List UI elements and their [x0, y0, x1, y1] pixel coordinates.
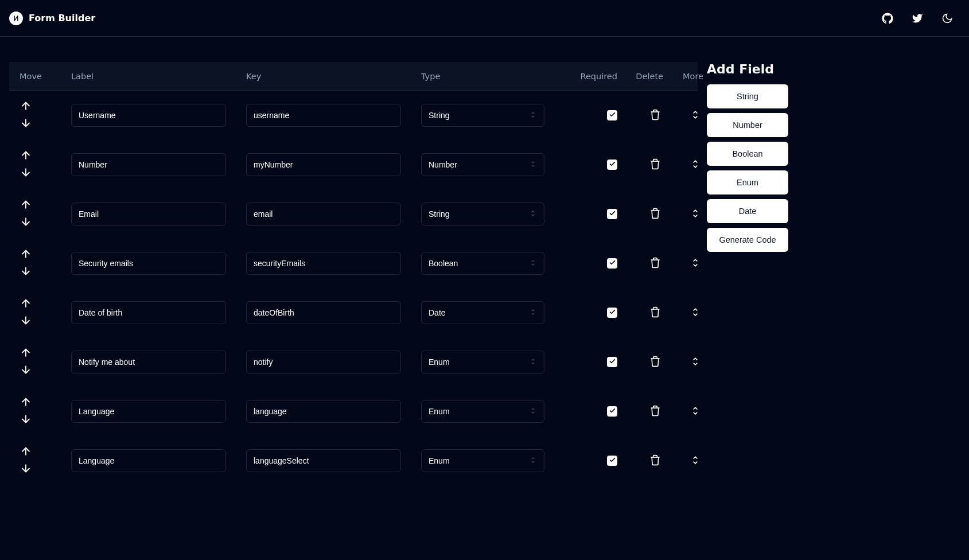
chevrons-up-down-icon [690, 158, 701, 172]
required-checkbox[interactable] [607, 209, 617, 219]
required-checkbox[interactable] [607, 308, 617, 318]
table-row: Enum [9, 436, 698, 485]
type-select[interactable]: String [421, 104, 544, 127]
label-input[interactable] [71, 400, 226, 423]
type-select[interactable]: Enum [421, 449, 544, 472]
move-up-button[interactable] [20, 199, 32, 213]
key-input[interactable] [246, 351, 401, 374]
key-input[interactable] [246, 449, 401, 472]
chevrons-up-down-icon [529, 456, 537, 466]
add-field-title: Add Field [707, 62, 799, 76]
label-input[interactable] [71, 203, 226, 225]
github-icon [882, 13, 893, 24]
delete-button[interactable] [647, 452, 663, 470]
label-input[interactable] [71, 449, 226, 472]
move-up-button[interactable] [20, 445, 32, 460]
move-down-button[interactable] [20, 215, 32, 230]
add-date-button[interactable]: Date [707, 199, 788, 223]
type-select[interactable]: Boolean [421, 252, 544, 275]
required-checkbox[interactable] [607, 456, 617, 466]
type-select[interactable]: String [421, 203, 544, 225]
delete-button[interactable] [647, 255, 663, 273]
check-icon [609, 407, 616, 416]
more-button[interactable] [687, 353, 703, 371]
check-icon [609, 456, 616, 465]
move-controls [20, 248, 71, 279]
check-icon [609, 357, 616, 367]
add-number-button[interactable]: Number [707, 113, 788, 137]
delete-button[interactable] [647, 403, 663, 421]
move-down-button[interactable] [20, 265, 32, 279]
more-button[interactable] [687, 255, 703, 273]
key-input[interactable] [246, 301, 401, 324]
add-boolean-button[interactable]: Boolean [707, 142, 788, 166]
move-down-button[interactable] [20, 314, 32, 328]
more-button[interactable] [687, 452, 703, 470]
header-actions [880, 10, 955, 26]
key-input[interactable] [246, 153, 401, 176]
add-string-button[interactable]: String [707, 84, 788, 108]
delete-button[interactable] [647, 107, 663, 125]
more-button[interactable] [687, 156, 703, 174]
type-select[interactable]: Enum [421, 400, 544, 423]
arrow-up-icon [20, 248, 32, 262]
trash-icon [649, 454, 661, 468]
more-button[interactable] [687, 304, 703, 322]
required-checkbox[interactable] [607, 357, 617, 367]
check-icon [609, 209, 616, 219]
type-select[interactable]: Date [421, 301, 544, 324]
required-checkbox[interactable] [607, 406, 617, 417]
type-select[interactable]: Enum [421, 351, 544, 374]
chevrons-up-down-icon [529, 209, 537, 219]
key-input[interactable] [246, 203, 401, 225]
type-value: Date [429, 308, 446, 317]
move-down-button[interactable] [20, 363, 32, 378]
table-row: Number [9, 140, 698, 189]
github-link[interactable] [880, 10, 896, 26]
required-checkbox[interactable] [607, 160, 617, 170]
arrow-up-icon [20, 149, 32, 164]
required-checkbox[interactable] [607, 110, 617, 120]
move-up-button[interactable] [20, 100, 32, 114]
more-button[interactable] [687, 107, 703, 125]
move-down-button[interactable] [20, 116, 32, 131]
chevrons-up-down-icon [529, 308, 537, 318]
label-input[interactable] [71, 153, 226, 176]
delete-button[interactable] [647, 205, 663, 223]
required-checkbox[interactable] [607, 258, 617, 269]
twitter-link[interactable] [909, 10, 925, 26]
label-input[interactable] [71, 104, 226, 127]
trash-icon [649, 257, 661, 270]
move-down-button[interactable] [20, 166, 32, 180]
add-enum-button[interactable]: Enum [707, 170, 788, 195]
label-input[interactable] [71, 252, 226, 275]
key-input[interactable] [246, 400, 401, 423]
generate-code-button[interactable]: Generate Code [707, 228, 788, 252]
move-down-button[interactable] [20, 462, 32, 476]
label-input[interactable] [71, 351, 226, 374]
chevrons-up-down-icon [690, 454, 701, 468]
check-icon [609, 308, 616, 317]
delete-button[interactable] [647, 353, 663, 371]
brand-logo [9, 11, 23, 25]
type-select[interactable]: Number [421, 153, 544, 176]
key-input[interactable] [246, 252, 401, 275]
brand: Form Builder [9, 11, 95, 25]
move-up-button[interactable] [20, 347, 32, 361]
trash-icon [649, 306, 661, 320]
label-input[interactable] [71, 301, 226, 324]
delete-button[interactable] [647, 156, 663, 174]
move-up-button[interactable] [20, 297, 32, 312]
delete-button[interactable] [647, 304, 663, 322]
more-button[interactable] [687, 205, 703, 223]
more-button[interactable] [687, 403, 703, 421]
key-input[interactable] [246, 104, 401, 127]
move-down-button[interactable] [20, 413, 32, 427]
theme-toggle[interactable] [939, 10, 955, 26]
chevrons-up-down-icon [529, 160, 537, 170]
chevrons-up-down-icon [529, 111, 537, 120]
chevrons-up-down-icon [690, 257, 701, 270]
move-up-button[interactable] [20, 396, 32, 410]
move-up-button[interactable] [20, 149, 32, 164]
move-up-button[interactable] [20, 248, 32, 262]
